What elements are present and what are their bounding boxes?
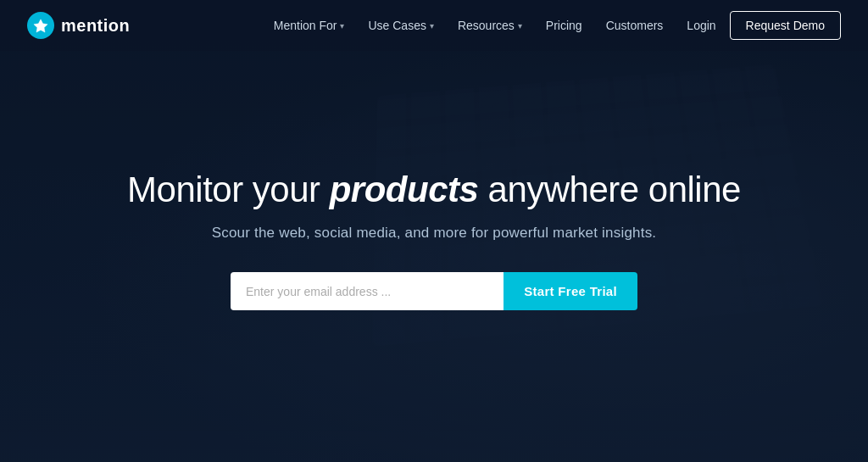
start-free-trial-button[interactable]: Start Free Trial bbox=[504, 272, 637, 310]
svg-marker-0 bbox=[34, 19, 47, 32]
hero-form: Start Free Trial bbox=[231, 272, 637, 310]
nav-item-login[interactable]: Login bbox=[676, 14, 726, 37]
logo-icon bbox=[27, 12, 54, 39]
hero-title: Monitor your products anywhere online bbox=[127, 169, 741, 211]
hero-subtitle: Scour the web, social media, and more fo… bbox=[212, 225, 657, 242]
chevron-down-icon: ▾ bbox=[430, 21, 434, 31]
navbar: mention Mention For ▾ Use Cases ▾ Resour… bbox=[0, 0, 868, 51]
hero-section: mention Mention For ▾ Use Cases ▾ Resour… bbox=[0, 0, 868, 462]
nav-item-pricing[interactable]: Pricing bbox=[536, 14, 593, 37]
hero-title-bold: products bbox=[330, 170, 479, 209]
chevron-down-icon: ▾ bbox=[518, 21, 522, 31]
nav-item-resources[interactable]: Resources ▾ bbox=[448, 14, 532, 37]
hero-content: Monitor your products anywhere online Sc… bbox=[0, 51, 868, 462]
nav-links: Mention For ▾ Use Cases ▾ Resources ▾ Pr… bbox=[264, 11, 841, 40]
request-demo-button[interactable]: Request Demo bbox=[730, 11, 841, 40]
chevron-down-icon: ▾ bbox=[340, 21, 344, 31]
nav-item-use-cases[interactable]: Use Cases ▾ bbox=[358, 14, 443, 37]
logo[interactable]: mention bbox=[27, 12, 130, 39]
nav-item-customers[interactable]: Customers bbox=[596, 14, 674, 37]
nav-item-mention-for[interactable]: Mention For ▾ bbox=[264, 14, 355, 37]
email-input[interactable] bbox=[231, 272, 504, 310]
logo-text: mention bbox=[61, 16, 130, 36]
